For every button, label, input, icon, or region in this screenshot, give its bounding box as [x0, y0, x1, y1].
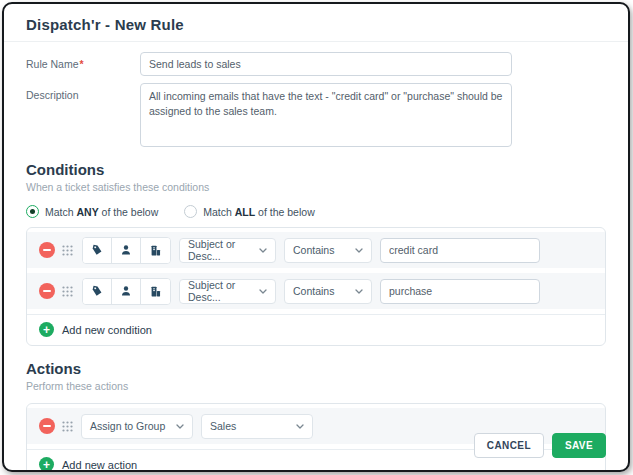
rule-name-label-text: Rule Name [26, 58, 79, 70]
ticket-tag-icon[interactable] [83, 279, 112, 304]
field-category-button-group [82, 278, 171, 305]
action-field-select[interactable]: Assign to Group [81, 414, 193, 439]
conditions-heading: Conditions [26, 161, 606, 178]
drag-handle-icon[interactable] [62, 245, 73, 256]
action-field-value: Assign to Group [90, 420, 165, 432]
cancel-button[interactable]: CANCEL [474, 433, 544, 458]
chevron-down-icon [176, 424, 184, 429]
description-label: Description [26, 83, 140, 101]
contact-person-icon[interactable] [112, 238, 141, 263]
radio-selected-icon[interactable] [26, 205, 39, 218]
condition-row: Subject or Desc... Contains [27, 232, 605, 268]
chevron-down-icon [355, 289, 363, 294]
rule-name-input[interactable] [140, 52, 512, 76]
add-condition-label: Add new condition [62, 324, 152, 336]
action-value: Sales [210, 420, 236, 432]
header-divider [4, 41, 628, 42]
chevron-down-icon [259, 248, 267, 253]
match-any-radio[interactable]: Match ANY of the below [26, 205, 158, 218]
actions-heading: Actions [26, 360, 606, 377]
condition-row: Subject or Desc... Contains [27, 273, 605, 309]
chevron-down-icon [259, 289, 267, 294]
condition-field-value: Subject or Desc... [188, 238, 253, 262]
description-row: Description All incoming emails that hav… [26, 83, 606, 147]
add-new-condition-button[interactable]: + Add new condition [27, 314, 605, 345]
condition-operator-select[interactable]: Contains [284, 279, 372, 304]
condition-value-input[interactable] [380, 238, 540, 263]
drag-handle-icon[interactable] [62, 286, 73, 297]
condition-field-select[interactable]: Subject or Desc... [179, 238, 276, 263]
chevron-down-icon [355, 248, 363, 253]
chevron-down-icon [296, 424, 304, 429]
company-building-icon[interactable] [141, 279, 170, 304]
add-action-label: Add new action [62, 459, 137, 471]
plus-icon: + [39, 322, 54, 337]
ticket-tag-icon[interactable] [83, 238, 112, 263]
rule-name-row: Rule Name* [26, 52, 606, 76]
page-title: Dispatch'r - New Rule [26, 16, 606, 33]
company-building-icon[interactable] [141, 238, 170, 263]
actions-subheading: Perform these actions [26, 380, 606, 392]
action-value-select[interactable]: Sales [201, 414, 313, 439]
condition-operator-value: Contains [293, 285, 334, 297]
condition-field-select[interactable]: Subject or Desc... [179, 279, 276, 304]
dialog-footer: CANCEL SAVE [474, 433, 606, 458]
condition-field-value: Subject or Desc... [188, 279, 253, 303]
remove-condition-button[interactable] [39, 242, 55, 258]
description-input[interactable]: All incoming emails that have the text -… [140, 83, 512, 147]
save-button[interactable]: SAVE [552, 433, 606, 458]
condition-value-input[interactable] [380, 279, 540, 304]
match-any-label: Match ANY of the below [45, 206, 158, 218]
match-all-label: Match ALL of the below [203, 206, 314, 218]
required-asterisk: * [80, 58, 84, 70]
condition-operator-select[interactable]: Contains [284, 238, 372, 263]
match-all-radio[interactable]: Match ALL of the below [184, 205, 314, 218]
conditions-box: Subject or Desc... Contains Subject or D… [26, 227, 606, 346]
radio-unselected-icon[interactable] [184, 205, 197, 218]
match-type-radio-group: Match ANY of the below Match ALL of the … [26, 205, 606, 218]
remove-action-button[interactable] [39, 418, 55, 434]
remove-condition-button[interactable] [39, 283, 55, 299]
condition-operator-value: Contains [293, 244, 334, 256]
contact-person-icon[interactable] [112, 279, 141, 304]
rule-name-label: Rule Name* [26, 52, 140, 70]
conditions-subheading: When a ticket satisfies these conditions [26, 181, 606, 193]
plus-icon: + [39, 457, 54, 472]
drag-handle-icon[interactable] [62, 421, 73, 432]
dispatchr-new-rule-dialog: Dispatch'r - New Rule Rule Name* Descrip… [2, 2, 630, 472]
field-category-button-group [82, 237, 171, 264]
